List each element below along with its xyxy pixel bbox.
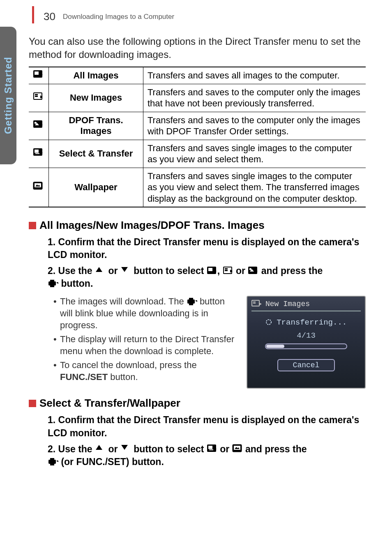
svg-rect-17 — [253, 302, 256, 302]
row-label: DPOF Trans. Images — [49, 112, 143, 140]
page-number: 30 — [44, 10, 55, 23]
lcd-title-bar: New Images — [251, 300, 361, 311]
row-desc: Transfers and saves all images to the co… — [143, 67, 366, 84]
dpof-icon — [29, 112, 49, 140]
lcd-cancel-button[interactable]: Cancel — [277, 359, 335, 371]
row-desc: Transfers and saves single images to the… — [143, 140, 366, 168]
print-share-icon — [187, 297, 197, 306]
up-arrow-icon — [95, 444, 106, 453]
row-desc: Transfers and saves to the computer only… — [143, 112, 366, 140]
step-item: 2. Use the or button to select or and pr… — [48, 443, 366, 468]
lcd-progress-count: 4/13 — [251, 331, 361, 340]
side-tab: Getting Started — [0, 27, 16, 164]
new-images-icon — [223, 266, 233, 275]
section-heading-2-text: Select & Transfer/Wallpaper — [39, 397, 180, 410]
new-images-icon — [29, 84, 49, 112]
lcd-progress-bar — [265, 343, 347, 349]
down-arrow-icon — [120, 444, 131, 453]
red-square-icon — [29, 222, 36, 229]
table-row: All Images Transfers and saves all image… — [29, 67, 366, 84]
table-row: Select & Transfer Transfers and saves si… — [29, 140, 366, 168]
up-arrow-icon — [95, 266, 106, 275]
print-share-icon — [48, 279, 58, 288]
select-transfer-icon — [29, 140, 49, 168]
dpof-icon — [248, 266, 258, 275]
bullet-list: The images will download. The button wil… — [53, 296, 239, 389]
list-item: The display will return to the Direct Tr… — [53, 334, 239, 357]
step-item: 1. Confirm that the Direct Transfer menu… — [48, 414, 366, 439]
lcd-title-text: New Images — [265, 300, 310, 308]
new-images-icon — [251, 300, 262, 308]
select-transfer-icon — [207, 444, 217, 453]
header-accent-bar — [32, 6, 34, 23]
section-heading-2: Select & Transfer/Wallpaper — [29, 397, 366, 410]
table-row: DPOF Trans. Images Transfers and saves t… — [29, 112, 366, 140]
list-item: The images will download. The button wil… — [53, 296, 239, 331]
transferring-spinner-icon — [265, 319, 272, 325]
all-images-icon — [29, 67, 49, 84]
row-label: Select & Transfer — [49, 140, 143, 168]
row-desc: Transfers and saves to the computer only… — [143, 84, 366, 112]
section-heading-1: All Images/New Images/DPOF Trans. Images — [29, 219, 366, 232]
svg-point-19 — [266, 320, 271, 325]
list-item: To cancel the download, press the FUNC./… — [53, 359, 239, 383]
all-images-icon — [207, 266, 217, 275]
section-heading-1-text: All Images/New Images/DPOF Trans. Images — [39, 219, 265, 232]
wallpaper-icon — [29, 168, 49, 207]
step-item: 1. Confirm that the Direct Transfer menu… — [48, 236, 366, 261]
camera-lcd-preview: New Images Transferring... 4/13 Cancel — [247, 296, 366, 389]
red-square-icon — [29, 400, 36, 407]
table-row: New Images Transfers and saves to the co… — [29, 84, 366, 112]
svg-rect-18 — [253, 303, 256, 304]
intro-paragraph: You can also use the following options i… — [29, 35, 366, 62]
row-label: New Images — [49, 84, 143, 112]
wallpaper-icon — [232, 444, 243, 453]
transfer-options-table: All Images Transfers and saves all image… — [29, 67, 366, 208]
step-item: 2. Use the or button to select , or and … — [48, 265, 366, 290]
down-arrow-icon — [120, 266, 131, 275]
lcd-status: Transferring... — [251, 318, 361, 327]
page-header: 30 Downloading Images to a Computer — [44, 10, 174, 23]
print-share-icon — [48, 457, 58, 466]
row-label: Wallpaper — [49, 168, 143, 207]
row-desc: Transfers and saves single images to the… — [143, 168, 366, 207]
header-title: Downloading Images to a Computer — [63, 13, 174, 21]
row-label: All Images — [49, 67, 143, 84]
table-row: Wallpaper Transfers and saves single ima… — [29, 168, 366, 207]
side-tab-label: Getting Started — [2, 57, 14, 134]
